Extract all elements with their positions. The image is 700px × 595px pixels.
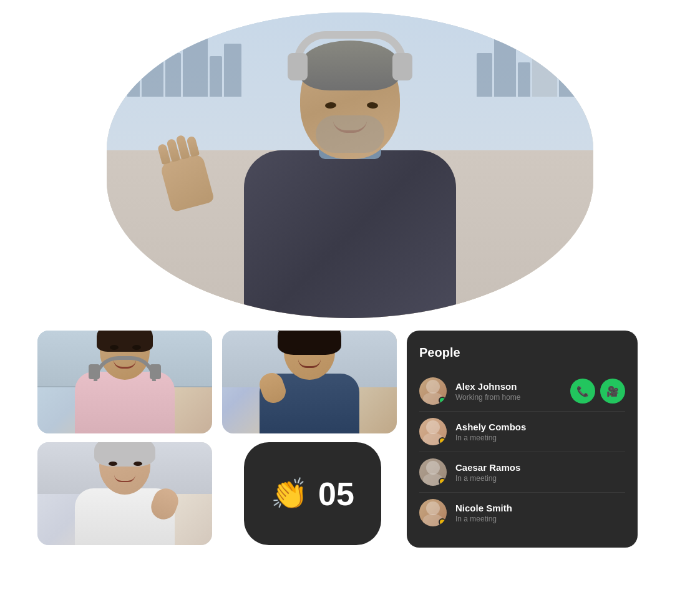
person-item-nicole: Nicole Smith In a meeting	[419, 493, 625, 533]
person2-hair	[278, 331, 341, 355]
person-head	[300, 41, 400, 159]
alex-video-button[interactable]: 🎥	[600, 379, 625, 404]
person-name-ashely: Ashely Combos	[455, 422, 625, 432]
middle-column: 👏 05	[222, 331, 397, 545]
status-dot-caesar	[439, 478, 446, 485]
person-name-caesar: Caesar Ramos	[455, 462, 625, 473]
thumb1-bg	[37, 331, 212, 433]
av-head-caesar	[426, 461, 440, 475]
status-dot-alex	[439, 397, 446, 404]
avatar-ashely	[419, 418, 447, 445]
alex-phone-button[interactable]: 📞	[570, 379, 595, 404]
person1-hair	[97, 331, 153, 352]
thumbnail-curly-man[interactable]	[222, 331, 397, 433]
bottom-section: 👏 05 People Alex Johnson Working from ho…	[0, 331, 700, 548]
person-eye-right	[366, 102, 378, 109]
thumbnail-older-woman[interactable]	[37, 442, 212, 545]
avatar-nicole	[419, 499, 447, 526]
skyline-right	[477, 28, 593, 97]
av-head-alex	[426, 380, 440, 394]
person-beard	[316, 115, 384, 153]
headset-cup-l	[89, 364, 100, 379]
thumbnail-woman-headset[interactable]	[37, 331, 212, 433]
headphone-band	[294, 31, 406, 62]
people-panel: People Alex Johnson Working from home 📞 …	[407, 331, 638, 548]
avatar-caesar	[419, 458, 447, 486]
thumb3-bg	[37, 442, 212, 545]
phone-icon: 📞	[576, 385, 589, 397]
person-info-caesar: Caesar Ramos In a meeting	[455, 462, 625, 483]
left-thumbnails	[37, 331, 212, 545]
headset-cup-r	[150, 364, 161, 379]
person3-hair	[94, 442, 155, 467]
p3-eye-r	[134, 462, 142, 466]
person-hand	[165, 158, 221, 226]
p3-smile	[114, 475, 135, 482]
status-dot-nicole	[439, 518, 446, 526]
thumb2-bg	[222, 331, 397, 433]
headphone-left-cup	[288, 53, 308, 80]
status-dot-ashely	[439, 437, 446, 445]
headphone-right-cup	[392, 53, 412, 80]
person-jacket	[244, 150, 456, 319]
palm	[159, 153, 214, 212]
video-icon: 🎥	[606, 385, 619, 397]
skyline-left	[107, 22, 241, 97]
hero-person-bg	[107, 12, 593, 318]
person-info-nicole: Nicole Smith In a meeting	[455, 503, 625, 523]
hero-video	[107, 12, 593, 318]
person-item-ashely: Ashely Combos In a meeting	[419, 412, 625, 452]
alex-action-buttons: 📞 🎥	[570, 379, 625, 404]
person-eye-left	[325, 102, 337, 109]
person-info-alex: Alex Johnson Working from home	[455, 381, 570, 402]
person-info-ashely: Ashely Combos In a meeting	[455, 422, 625, 442]
p2-eye-r	[318, 349, 327, 354]
reaction-emoji: 👏	[271, 479, 308, 509]
person-name-nicole: Nicole Smith	[455, 503, 625, 513]
av-head-ashely	[426, 420, 440, 434]
p2-smile	[298, 359, 321, 368]
p2-eye-l	[293, 349, 302, 354]
person-status-ashely: In a meeting	[455, 433, 625, 442]
person-status-nicole: In a meeting	[455, 515, 625, 523]
person-status-alex: Working from home	[455, 393, 570, 402]
person-item-caesar: Caesar Ramos In a meeting	[419, 452, 625, 493]
avatar-alex	[419, 377, 447, 405]
person-headphones	[288, 31, 412, 94]
reaction-counter: 👏 05	[244, 442, 381, 545]
p3-eye-l	[109, 462, 117, 466]
p1-eye-r	[132, 345, 141, 350]
person-status-caesar: In a meeting	[455, 474, 625, 483]
av-head-nicole	[426, 501, 440, 515]
person-name-alex: Alex Johnson	[455, 381, 570, 392]
people-panel-title: People	[419, 346, 625, 360]
reaction-count: 05	[318, 478, 354, 510]
person-item-alex: Alex Johnson Working from home 📞 🎥	[419, 371, 625, 412]
